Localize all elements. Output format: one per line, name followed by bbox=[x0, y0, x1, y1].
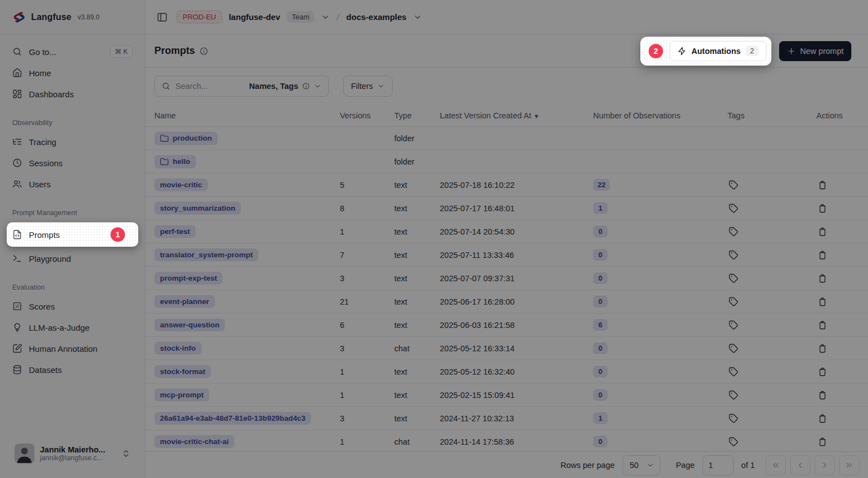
table-row[interactable]: prompt-exp-test 3 text 2025-07-07 09:37:… bbox=[145, 267, 868, 290]
sidebar-item-llm-judge[interactable]: LLM-as-a-Judge bbox=[7, 317, 138, 338]
automations-button[interactable]: Automations 2 bbox=[670, 41, 766, 61]
delete-prompt-button[interactable] bbox=[816, 202, 829, 215]
new-prompt-button[interactable]: New prompt bbox=[779, 41, 851, 61]
delete-prompt-button[interactable] bbox=[816, 249, 829, 261]
observations-count-badge[interactable]: 0 bbox=[593, 249, 608, 261]
user-menu[interactable]: Jannik Maierho... jannik@langfuse.c... bbox=[7, 437, 138, 471]
delete-prompt-button[interactable] bbox=[816, 389, 829, 401]
delete-prompt-button[interactable] bbox=[816, 342, 829, 355]
observations-count-badge[interactable]: 0 bbox=[593, 389, 608, 401]
add-tag-button[interactable] bbox=[727, 319, 740, 331]
prompt-name-badge[interactable]: movie-critic-chat-ai bbox=[154, 435, 234, 448]
rows-per-page-select[interactable]: 50 bbox=[623, 455, 660, 475]
last-page-button[interactable] bbox=[839, 455, 859, 475]
prompt-name-badge[interactable]: stock-info bbox=[154, 342, 202, 355]
sidebar-item-home[interactable]: Home bbox=[7, 62, 138, 83]
observations-count-badge[interactable]: 0 bbox=[593, 296, 608, 307]
observations-count-badge[interactable]: 0 bbox=[593, 272, 608, 284]
column-header-type[interactable]: Type bbox=[390, 111, 435, 120]
observations-count-badge[interactable]: 1 bbox=[593, 412, 608, 424]
sidebar-item-sessions[interactable]: Sessions bbox=[7, 152, 138, 173]
add-tag-button[interactable] bbox=[727, 226, 740, 238]
prompt-name-badge[interactable]: perf-test bbox=[154, 225, 195, 238]
previous-page-button[interactable] bbox=[790, 455, 810, 475]
sidebar-item-prompts[interactable]: Prompts 1 bbox=[7, 222, 138, 247]
table-row[interactable]: stock-format 1 text 2025-05-12 16:32:40 … bbox=[145, 360, 868, 384]
prompt-name-badge[interactable]: prompt-exp-test bbox=[154, 272, 223, 285]
page-number-input[interactable] bbox=[703, 455, 734, 475]
sidebar-item-users[interactable]: Users bbox=[7, 173, 138, 195]
delete-prompt-button[interactable] bbox=[816, 226, 829, 238]
prompt-name-badge[interactable]: production bbox=[154, 132, 218, 145]
column-header-observations[interactable]: Number of Observations bbox=[589, 111, 723, 120]
table-row[interactable]: stock-info 3 chat 2025-05-12 16:33:14 0 bbox=[145, 337, 868, 360]
sidebar-item-dashboards[interactable]: Dashboards bbox=[7, 83, 138, 104]
add-tag-button[interactable] bbox=[727, 249, 740, 261]
add-tag-button[interactable] bbox=[727, 202, 740, 215]
sidebar-item-playground[interactable]: Playground bbox=[7, 248, 138, 269]
breadcrumb-project[interactable]: docs-examples bbox=[347, 12, 407, 22]
info-icon[interactable] bbox=[199, 47, 208, 56]
prompt-name-badge[interactable]: hello bbox=[154, 155, 196, 168]
column-header-name[interactable]: Name bbox=[150, 111, 335, 120]
table-row[interactable]: hello folder bbox=[145, 150, 868, 173]
search-input[interactable] bbox=[175, 82, 244, 91]
prompt-name-badge[interactable]: answer-question bbox=[154, 318, 225, 331]
table-row[interactable]: mcp-prompt 1 text 2025-02-15 15:09:41 0 bbox=[145, 384, 868, 407]
add-tag-button[interactable] bbox=[727, 412, 740, 425]
table-row[interactable]: answer-question 6 text 2025-06-03 16:21:… bbox=[145, 313, 868, 337]
add-tag-button[interactable] bbox=[727, 436, 740, 448]
project-chevron-down-icon[interactable] bbox=[413, 13, 422, 22]
add-tag-button[interactable] bbox=[727, 296, 740, 308]
sidebar-item-scores[interactable]: Scores bbox=[7, 296, 138, 317]
observations-count-badge[interactable]: 0 bbox=[593, 226, 608, 237]
delete-prompt-button[interactable] bbox=[816, 412, 829, 425]
delete-prompt-button[interactable] bbox=[816, 296, 829, 308]
table-row[interactable]: movie-critic-chat-ai 1 chat 2024-11-14 1… bbox=[145, 430, 868, 451]
prompt-name-badge[interactable]: movie-critic bbox=[154, 178, 208, 191]
prompt-name-badge[interactable]: story_summarization bbox=[154, 202, 241, 215]
delete-prompt-button[interactable] bbox=[816, 179, 829, 191]
add-tag-button[interactable] bbox=[727, 272, 740, 285]
delete-prompt-button[interactable] bbox=[816, 366, 829, 378]
table-row[interactable]: event-planner 21 text 2025-06-17 16:28:0… bbox=[145, 290, 868, 313]
sidebar-item-goto[interactable]: Go to... ⌘ K bbox=[7, 41, 138, 62]
column-header-created[interactable]: Latest Version Created At ▼ bbox=[435, 111, 589, 120]
add-tag-button[interactable] bbox=[727, 342, 740, 355]
column-header-versions[interactable]: Versions bbox=[335, 111, 390, 120]
prompt-name-badge[interactable]: translator_system-prompt bbox=[154, 248, 258, 261]
observations-count-badge[interactable]: 0 bbox=[593, 366, 608, 377]
observations-count-badge[interactable]: 6 bbox=[593, 319, 608, 331]
sidebar-toggle-button[interactable] bbox=[154, 9, 170, 25]
filters-button[interactable]: Filters bbox=[343, 76, 393, 97]
add-tag-button[interactable] bbox=[727, 389, 740, 401]
sidebar-item-tracing[interactable]: Tracing bbox=[7, 131, 138, 152]
table-row[interactable]: 26a61a94-e3ab-48d7-81e0-13b929bad4c3 3 t… bbox=[145, 407, 868, 430]
add-tag-button[interactable] bbox=[727, 179, 740, 191]
table-row[interactable]: translator_system-prompt 7 text 2025-07-… bbox=[145, 243, 868, 267]
observations-count-badge[interactable]: 22 bbox=[593, 179, 610, 191]
observations-count-badge[interactable]: 1 bbox=[593, 202, 608, 214]
sidebar-item-datasets[interactable]: Datasets bbox=[7, 359, 138, 380]
search-scope-select[interactable]: Names, Tags bbox=[249, 82, 322, 91]
table-row[interactable]: production folder bbox=[145, 127, 868, 150]
prompt-name-badge[interactable]: 26a61a94-e3ab-48d7-81e0-13b929bad4c3 bbox=[154, 412, 311, 425]
table-row[interactable]: perf-test 1 text 2025-07-14 20:54:30 0 bbox=[145, 220, 868, 243]
table-row[interactable]: story_summarization 8 text 2025-07-17 16… bbox=[145, 197, 868, 220]
observations-count-badge[interactable]: 0 bbox=[593, 342, 608, 354]
delete-prompt-button[interactable] bbox=[816, 272, 829, 285]
next-page-button[interactable] bbox=[815, 455, 835, 475]
observations-count-badge[interactable]: 0 bbox=[593, 436, 608, 447]
prompt-name-badge[interactable]: mcp-prompt bbox=[154, 389, 209, 401]
add-tag-button[interactable] bbox=[727, 366, 740, 378]
table-row[interactable]: movie-critic 5 text 2025-07-18 16:10:22 … bbox=[145, 173, 868, 197]
column-header-tags[interactable]: Tags bbox=[723, 111, 812, 120]
breadcrumb-org[interactable]: langfuse-dev bbox=[229, 12, 280, 22]
delete-prompt-button[interactable] bbox=[816, 319, 829, 331]
org-chevron-down-icon[interactable] bbox=[321, 13, 330, 22]
sidebar-item-human-annotation[interactable]: Human Annotation bbox=[7, 338, 138, 359]
delete-prompt-button[interactable] bbox=[816, 436, 829, 448]
prompt-name-badge[interactable]: event-planner bbox=[154, 295, 215, 308]
prompt-name-badge[interactable]: stock-format bbox=[154, 365, 211, 378]
first-page-button[interactable] bbox=[766, 455, 786, 475]
